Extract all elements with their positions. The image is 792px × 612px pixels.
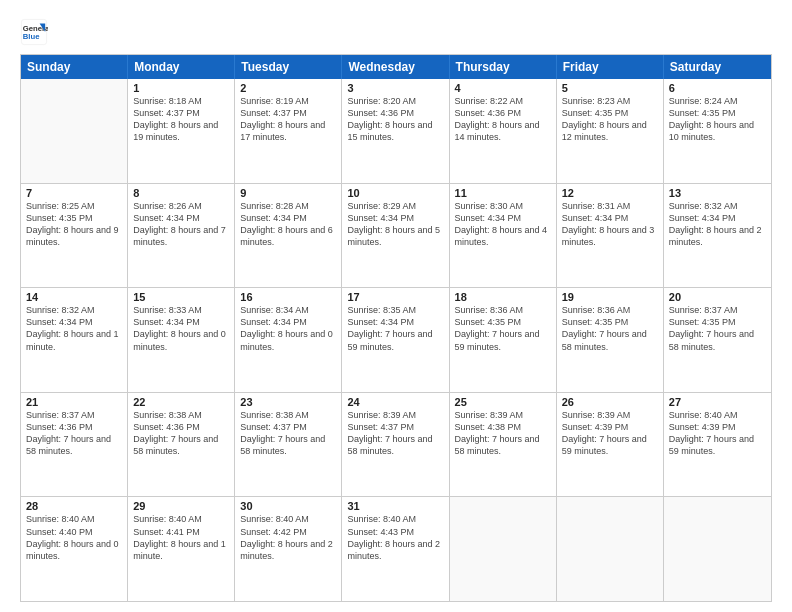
day-number: 22	[133, 396, 229, 408]
calendar-row-5: 28Sunrise: 8:40 AMSunset: 4:40 PMDayligh…	[21, 496, 771, 601]
day-info: Sunrise: 8:39 AMSunset: 4:38 PMDaylight:…	[455, 409, 551, 458]
day-header-saturday: Saturday	[664, 55, 771, 79]
day-number: 15	[133, 291, 229, 303]
day-cell-18: 18Sunrise: 8:36 AMSunset: 4:35 PMDayligh…	[450, 288, 557, 392]
day-cell-11: 11Sunrise: 8:30 AMSunset: 4:34 PMDayligh…	[450, 184, 557, 288]
day-cell-22: 22Sunrise: 8:38 AMSunset: 4:36 PMDayligh…	[128, 393, 235, 497]
day-number: 13	[669, 187, 766, 199]
day-number: 31	[347, 500, 443, 512]
day-cell-6: 6Sunrise: 8:24 AMSunset: 4:35 PMDaylight…	[664, 79, 771, 183]
day-cell-empty-4-5	[557, 497, 664, 601]
day-cell-15: 15Sunrise: 8:33 AMSunset: 4:34 PMDayligh…	[128, 288, 235, 392]
header: General Blue	[20, 18, 772, 46]
day-cell-28: 28Sunrise: 8:40 AMSunset: 4:40 PMDayligh…	[21, 497, 128, 601]
day-info: Sunrise: 8:26 AMSunset: 4:34 PMDaylight:…	[133, 200, 229, 249]
day-cell-31: 31Sunrise: 8:40 AMSunset: 4:43 PMDayligh…	[342, 497, 449, 601]
day-info: Sunrise: 8:35 AMSunset: 4:34 PMDaylight:…	[347, 304, 443, 353]
calendar-row-1: 1Sunrise: 8:18 AMSunset: 4:37 PMDaylight…	[21, 79, 771, 183]
calendar-header-row: SundayMondayTuesdayWednesdayThursdayFrid…	[21, 55, 771, 79]
day-cell-26: 26Sunrise: 8:39 AMSunset: 4:39 PMDayligh…	[557, 393, 664, 497]
logo: General Blue	[20, 18, 52, 46]
day-number: 9	[240, 187, 336, 199]
day-number: 1	[133, 82, 229, 94]
day-cell-19: 19Sunrise: 8:36 AMSunset: 4:35 PMDayligh…	[557, 288, 664, 392]
day-number: 28	[26, 500, 122, 512]
day-number: 16	[240, 291, 336, 303]
day-cell-5: 5Sunrise: 8:23 AMSunset: 4:35 PMDaylight…	[557, 79, 664, 183]
day-cell-20: 20Sunrise: 8:37 AMSunset: 4:35 PMDayligh…	[664, 288, 771, 392]
day-cell-8: 8Sunrise: 8:26 AMSunset: 4:34 PMDaylight…	[128, 184, 235, 288]
day-info: Sunrise: 8:25 AMSunset: 4:35 PMDaylight:…	[26, 200, 122, 249]
day-info: Sunrise: 8:23 AMSunset: 4:35 PMDaylight:…	[562, 95, 658, 144]
day-cell-21: 21Sunrise: 8:37 AMSunset: 4:36 PMDayligh…	[21, 393, 128, 497]
day-header-thursday: Thursday	[450, 55, 557, 79]
calendar-row-4: 21Sunrise: 8:37 AMSunset: 4:36 PMDayligh…	[21, 392, 771, 497]
day-number: 7	[26, 187, 122, 199]
day-info: Sunrise: 8:28 AMSunset: 4:34 PMDaylight:…	[240, 200, 336, 249]
day-cell-4: 4Sunrise: 8:22 AMSunset: 4:36 PMDaylight…	[450, 79, 557, 183]
day-info: Sunrise: 8:30 AMSunset: 4:34 PMDaylight:…	[455, 200, 551, 249]
day-cell-1: 1Sunrise: 8:18 AMSunset: 4:37 PMDaylight…	[128, 79, 235, 183]
day-info: Sunrise: 8:20 AMSunset: 4:36 PMDaylight:…	[347, 95, 443, 144]
calendar-row-3: 14Sunrise: 8:32 AMSunset: 4:34 PMDayligh…	[21, 287, 771, 392]
day-cell-16: 16Sunrise: 8:34 AMSunset: 4:34 PMDayligh…	[235, 288, 342, 392]
day-info: Sunrise: 8:34 AMSunset: 4:34 PMDaylight:…	[240, 304, 336, 353]
day-cell-empty-0-0	[21, 79, 128, 183]
day-info: Sunrise: 8:19 AMSunset: 4:37 PMDaylight:…	[240, 95, 336, 144]
day-info: Sunrise: 8:22 AMSunset: 4:36 PMDaylight:…	[455, 95, 551, 144]
day-number: 29	[133, 500, 229, 512]
day-info: Sunrise: 8:24 AMSunset: 4:35 PMDaylight:…	[669, 95, 766, 144]
day-number: 11	[455, 187, 551, 199]
day-cell-14: 14Sunrise: 8:32 AMSunset: 4:34 PMDayligh…	[21, 288, 128, 392]
day-info: Sunrise: 8:29 AMSunset: 4:34 PMDaylight:…	[347, 200, 443, 249]
day-info: Sunrise: 8:40 AMSunset: 4:39 PMDaylight:…	[669, 409, 766, 458]
day-header-sunday: Sunday	[21, 55, 128, 79]
day-cell-empty-4-4	[450, 497, 557, 601]
day-info: Sunrise: 8:40 AMSunset: 4:43 PMDaylight:…	[347, 513, 443, 562]
day-info: Sunrise: 8:33 AMSunset: 4:34 PMDaylight:…	[133, 304, 229, 353]
day-info: Sunrise: 8:32 AMSunset: 4:34 PMDaylight:…	[26, 304, 122, 353]
day-info: Sunrise: 8:32 AMSunset: 4:34 PMDaylight:…	[669, 200, 766, 249]
day-cell-7: 7Sunrise: 8:25 AMSunset: 4:35 PMDaylight…	[21, 184, 128, 288]
day-cell-3: 3Sunrise: 8:20 AMSunset: 4:36 PMDaylight…	[342, 79, 449, 183]
day-cell-29: 29Sunrise: 8:40 AMSunset: 4:41 PMDayligh…	[128, 497, 235, 601]
day-number: 14	[26, 291, 122, 303]
day-info: Sunrise: 8:37 AMSunset: 4:36 PMDaylight:…	[26, 409, 122, 458]
day-info: Sunrise: 8:37 AMSunset: 4:35 PMDaylight:…	[669, 304, 766, 353]
day-number: 30	[240, 500, 336, 512]
day-number: 26	[562, 396, 658, 408]
day-cell-2: 2Sunrise: 8:19 AMSunset: 4:37 PMDaylight…	[235, 79, 342, 183]
day-info: Sunrise: 8:39 AMSunset: 4:37 PMDaylight:…	[347, 409, 443, 458]
day-number: 21	[26, 396, 122, 408]
day-number: 20	[669, 291, 766, 303]
day-number: 4	[455, 82, 551, 94]
day-cell-23: 23Sunrise: 8:38 AMSunset: 4:37 PMDayligh…	[235, 393, 342, 497]
day-number: 5	[562, 82, 658, 94]
day-number: 25	[455, 396, 551, 408]
day-cell-30: 30Sunrise: 8:40 AMSunset: 4:42 PMDayligh…	[235, 497, 342, 601]
day-info: Sunrise: 8:36 AMSunset: 4:35 PMDaylight:…	[455, 304, 551, 353]
day-info: Sunrise: 8:40 AMSunset: 4:42 PMDaylight:…	[240, 513, 336, 562]
day-number: 6	[669, 82, 766, 94]
day-info: Sunrise: 8:40 AMSunset: 4:40 PMDaylight:…	[26, 513, 122, 562]
day-number: 2	[240, 82, 336, 94]
day-header-friday: Friday	[557, 55, 664, 79]
day-number: 19	[562, 291, 658, 303]
day-header-wednesday: Wednesday	[342, 55, 449, 79]
page: General Blue SundayMondayTuesdayWednesda…	[0, 0, 792, 612]
day-cell-27: 27Sunrise: 8:40 AMSunset: 4:39 PMDayligh…	[664, 393, 771, 497]
day-info: Sunrise: 8:36 AMSunset: 4:35 PMDaylight:…	[562, 304, 658, 353]
day-info: Sunrise: 8:38 AMSunset: 4:36 PMDaylight:…	[133, 409, 229, 458]
day-cell-13: 13Sunrise: 8:32 AMSunset: 4:34 PMDayligh…	[664, 184, 771, 288]
day-cell-empty-4-6	[664, 497, 771, 601]
day-cell-24: 24Sunrise: 8:39 AMSunset: 4:37 PMDayligh…	[342, 393, 449, 497]
day-number: 17	[347, 291, 443, 303]
day-cell-25: 25Sunrise: 8:39 AMSunset: 4:38 PMDayligh…	[450, 393, 557, 497]
day-cell-17: 17Sunrise: 8:35 AMSunset: 4:34 PMDayligh…	[342, 288, 449, 392]
day-number: 27	[669, 396, 766, 408]
day-info: Sunrise: 8:38 AMSunset: 4:37 PMDaylight:…	[240, 409, 336, 458]
day-header-monday: Monday	[128, 55, 235, 79]
logo-icon: General Blue	[20, 18, 48, 46]
day-number: 10	[347, 187, 443, 199]
day-number: 24	[347, 396, 443, 408]
